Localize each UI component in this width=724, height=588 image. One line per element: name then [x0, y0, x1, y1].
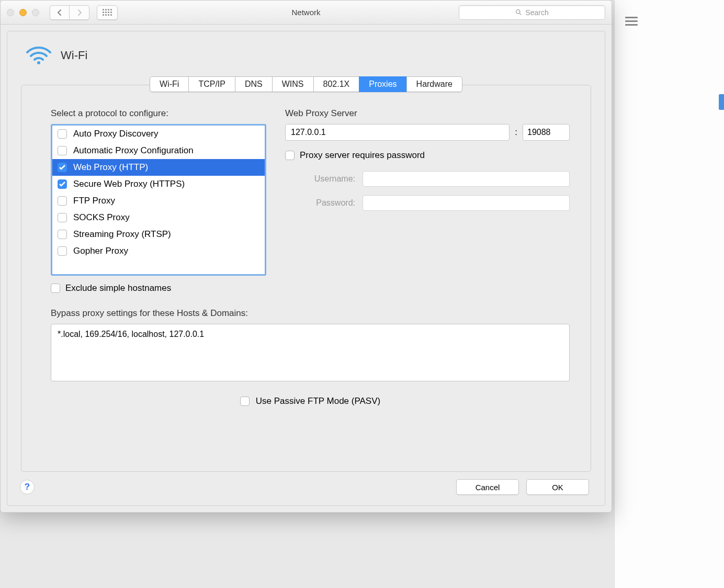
protocol-row[interactable]: Secure Web Proxy (HTTPS) — [52, 176, 265, 193]
traffic-lights — [7, 9, 39, 16]
exclude-simple-hostnames-label: Exclude simple hostnames — [65, 283, 171, 293]
tab-proxies[interactable]: Proxies — [359, 76, 406, 92]
window-title: Network — [291, 8, 320, 17]
protocol-row[interactable]: Web Proxy (HTTP) — [52, 159, 265, 176]
help-button[interactable]: ? — [20, 480, 35, 494]
password-input[interactable] — [363, 195, 570, 211]
proxy-server-label: Web Proxy Server — [285, 108, 570, 119]
bypass-textarea[interactable]: *.local, 169.254/16, localhost, 127.0.0.… — [51, 324, 570, 381]
close-window-button[interactable] — [7, 9, 14, 16]
search-input[interactable]: Search — [459, 5, 605, 20]
protocol-label: SOCKS Proxy — [73, 212, 130, 223]
protocol-checkbox[interactable] — [58, 129, 67, 139]
background-panel — [614, 0, 724, 588]
protocol-row[interactable]: SOCKS Proxy — [52, 209, 265, 226]
protocol-label: Gopher Proxy — [73, 246, 128, 256]
svg-point-0 — [516, 10, 520, 14]
titlebar: Network Search — [1, 1, 612, 25]
protocol-row[interactable]: FTP Proxy — [52, 193, 265, 209]
protocol-checkbox[interactable] — [58, 246, 67, 256]
show-all-button[interactable] — [97, 5, 118, 20]
tab-wifi[interactable]: Wi-Fi — [150, 76, 189, 92]
minimize-window-button[interactable] — [19, 9, 27, 16]
proxies-pane: Select a protocol to configure: Auto Pro… — [21, 85, 591, 472]
protocol-row[interactable]: Gopher Proxy — [52, 243, 265, 259]
forward-button[interactable] — [70, 5, 89, 20]
protocol-row[interactable]: Automatic Proxy Configuration — [52, 142, 265, 159]
settings-sheet: Wi-Fi Wi-Fi TCP/IP DNS WINS 802.1X Proxi… — [7, 31, 605, 506]
protocol-checkbox[interactable] — [58, 163, 67, 172]
proxy-port-input[interactable] — [523, 124, 570, 141]
page-title: Wi-Fi — [61, 49, 87, 62]
protocol-checkbox[interactable] — [58, 179, 67, 189]
username-input[interactable] — [363, 171, 570, 187]
search-icon — [515, 9, 522, 16]
back-button[interactable] — [50, 5, 70, 20]
protocol-label: Secure Web Proxy (HTTPS) — [73, 179, 185, 189]
protocol-checkbox[interactable] — [58, 196, 67, 206]
ok-button[interactable]: OK — [526, 479, 589, 495]
protocol-checkbox[interactable] — [58, 146, 67, 155]
exclude-simple-hostnames-checkbox[interactable] — [51, 284, 60, 293]
protocol-row[interactable]: Auto Proxy Discovery — [52, 126, 265, 142]
tab-group: Wi-Fi TCP/IP DNS WINS 802.1X Proxies Har… — [150, 76, 462, 92]
tab-hardware[interactable]: Hardware — [406, 76, 462, 92]
svg-point-2 — [37, 61, 40, 64]
protocol-checkbox[interactable] — [58, 230, 67, 239]
network-preferences-window: Network Search Wi-Fi — [0, 0, 612, 513]
tab-8021x[interactable]: 802.1X — [313, 76, 360, 92]
host-port-separator: : — [515, 127, 517, 138]
hamburger-icon — [625, 17, 638, 26]
protocol-list-label: Select a protocol to configure: — [51, 108, 266, 119]
requires-password-checkbox[interactable] — [285, 151, 295, 160]
passive-ftp-checkbox[interactable] — [240, 397, 250, 406]
zoom-window-button[interactable] — [32, 9, 39, 16]
protocol-list[interactable]: Auto Proxy DiscoveryAutomatic Proxy Conf… — [51, 124, 266, 276]
tab-tcpip[interactable]: TCP/IP — [188, 76, 235, 92]
tab-wins[interactable]: WINS — [272, 76, 314, 92]
username-label: Username: — [298, 174, 355, 184]
cancel-button[interactable]: Cancel — [456, 479, 519, 495]
bypass-label: Bypass proxy settings for these Hosts & … — [51, 308, 570, 319]
protocol-label: Streaming Proxy (RTSP) — [73, 229, 171, 240]
protocol-label: Web Proxy (HTTP) — [73, 162, 148, 173]
protocol-row[interactable]: Streaming Proxy (RTSP) — [52, 226, 265, 243]
proxy-host-input[interactable] — [285, 124, 510, 141]
background-tab-indicator — [719, 94, 724, 110]
protocol-checkbox[interactable] — [58, 213, 67, 222]
svg-line-1 — [519, 13, 521, 15]
password-label: Password: — [298, 198, 355, 208]
protocol-label: Auto Proxy Discovery — [73, 129, 159, 139]
protocol-label: Automatic Proxy Configuration — [73, 145, 194, 156]
search-placeholder: Search — [525, 8, 548, 17]
protocol-label: FTP Proxy — [73, 196, 115, 206]
wifi-icon — [25, 44, 52, 67]
tab-dns[interactable]: DNS — [235, 76, 273, 92]
requires-password-label: Proxy server requires password — [300, 150, 425, 161]
passive-ftp-label: Use Passive FTP Mode (PASV) — [256, 396, 380, 406]
